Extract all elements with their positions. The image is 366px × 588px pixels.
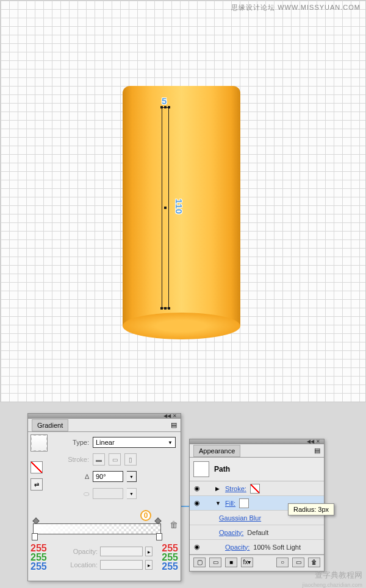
appearance-panel-title: Appearance (193, 445, 240, 457)
rgb-right-g: 255 (162, 553, 178, 562)
stroke-within-icon: ▬ (93, 453, 105, 466)
location-arrow-icon[interactable]: ▶ (145, 560, 152, 570)
handle-top-mid[interactable] (164, 106, 167, 108)
canvas-grid[interactable]: 思缘设计论坛 WWW.MISSYUAN.COM 5 110 (0, 0, 366, 402)
stroke-label: Stroke: (59, 456, 89, 463)
rgb-right: 255 255 255 (162, 544, 178, 571)
stroke-across-icon: ▯ (124, 453, 137, 466)
watermark-top: 思缘设计论坛 WWW.MISSYUAN.COM (231, 3, 361, 12)
object-opacity-value: 100% Soft Light (253, 544, 301, 551)
gradient-preview-swatch[interactable] (30, 434, 48, 452)
panel-title-bar: Gradient ▤ (28, 419, 181, 432)
color-stop-right[interactable] (156, 533, 162, 540)
add-effect-icon[interactable]: fx▾ (241, 558, 253, 567)
clear-icon[interactable]: ○ (276, 558, 289, 567)
handle-center[interactable] (164, 207, 167, 209)
handle-top-right[interactable] (168, 106, 170, 108)
panel-title-bar: Appearance ▤ (190, 444, 324, 458)
rgb-right-r: 255 (162, 544, 178, 553)
new-art-icon[interactable]: ▢ (193, 558, 206, 567)
expand-icon[interactable]: ▶ (215, 486, 221, 492)
location-input[interactable] (100, 560, 143, 570)
stroke-row[interactable]: ◉ ▶ Stroke: (190, 481, 324, 496)
gradient-panel-title: Gradient (32, 419, 68, 431)
expand-icon[interactable]: ▼ (215, 500, 221, 506)
panel-menu-icon[interactable]: ▤ (314, 447, 320, 455)
tooltip-radius: Radius: 3px (288, 503, 334, 515)
aspect-icon: ⬭ (59, 490, 89, 498)
gaussian-blur-label[interactable]: Gaussian Blur (219, 514, 261, 522)
aspect-dropdown-icon: ▼ (127, 488, 137, 499)
aspect-input (93, 488, 123, 499)
rgb-right-b: 255 (162, 562, 178, 571)
rgb-left-r: 255 (30, 544, 47, 553)
object-opacity-label[interactable]: Opacity: (225, 544, 249, 551)
location-label: Location: (67, 561, 98, 569)
stroke-label[interactable]: Stroke: (225, 485, 246, 492)
fill-none-swatch[interactable] (30, 461, 43, 473)
zero-badge: 0 (140, 510, 151, 521)
opacity-arrow-icon[interactable]: ▶ (145, 547, 152, 556)
gradient-panel[interactable]: ◀◀ ✕ Gradient ▤ ⇄ Type: (27, 413, 181, 581)
delete-icon[interactable]: 🗑 (308, 558, 320, 567)
appearance-target-row[interactable]: Path (190, 458, 324, 481)
visibility-icon[interactable]: ◉ (192, 499, 202, 507)
target-name: Path (214, 465, 230, 473)
handle-bottom-left[interactable] (160, 307, 163, 310)
duplicate-icon[interactable]: ▭ (292, 558, 304, 567)
panel-tab-bar: ◀◀ ✕ (28, 414, 181, 419)
gradient-slider[interactable] (33, 523, 161, 534)
close-icon[interactable]: ✕ (171, 414, 178, 418)
angle-input[interactable]: 90° (93, 471, 123, 482)
type-label: Type: (59, 439, 89, 446)
watermark-bottom-url: jiaocheng.chazidian.com (302, 582, 362, 588)
watermark-bottom: 查字典教程网 (315, 570, 362, 581)
panel-tab-bar: ◀◀ ✕ (190, 439, 324, 444)
fill-swatch[interactable] (239, 498, 249, 508)
angle-dropdown-icon[interactable]: ▼ (127, 471, 137, 482)
delete-stop-icon[interactable]: 🗑 (170, 520, 178, 530)
rgb-left-b: 255 (30, 562, 47, 571)
add-fill-icon[interactable]: ■ (225, 558, 237, 567)
dimension-height-label: 110 (174, 199, 184, 214)
color-stop-left[interactable] (32, 533, 38, 540)
fill-opacity-label[interactable]: Opacity: (219, 529, 243, 536)
object-opacity-row[interactable]: ◉ Opacity: 100% Soft Light (190, 540, 324, 554)
stroke-swatch-none[interactable] (250, 484, 260, 494)
dimension-width-label: 5 (162, 96, 167, 106)
visibility-icon[interactable]: ◉ (192, 543, 202, 551)
target-thumbnail (193, 461, 209, 477)
handle-top-left[interactable] (160, 106, 163, 108)
dropdown-arrow-icon: ▼ (168, 440, 173, 445)
opacity-input[interactable] (100, 547, 143, 556)
angle-label: ∆ (59, 473, 89, 480)
collapse-icon[interactable]: ◀◀ (307, 440, 314, 444)
type-dropdown[interactable]: Linear ▼ (93, 437, 176, 448)
rgb-left: 255 255 255 (30, 544, 47, 571)
reverse-gradient-icon[interactable]: ⇄ (30, 478, 43, 491)
fill-label[interactable]: Fill: (225, 500, 235, 507)
panel-menu-icon[interactable]: ▤ (171, 421, 177, 429)
fill-opacity-value: Default (247, 529, 268, 536)
opacity-label: Opacity: (67, 548, 98, 555)
handle-bottom-mid[interactable] (164, 307, 167, 310)
panels-area: ◀◀ ✕ Gradient ▤ ⇄ Type: (0, 402, 366, 588)
stroke-along-icon: ▭ (109, 453, 121, 466)
collapse-icon[interactable]: ◀◀ (163, 414, 171, 418)
type-value: Linear (96, 439, 115, 446)
add-stroke-icon[interactable]: ▭ (209, 558, 221, 567)
gradient-panel-body: ⇄ Type: Linear ▼ Stroke: ▬ ▭ ▯ (28, 432, 181, 572)
fill-opacity-row[interactable]: Opacity: Default (190, 525, 324, 540)
visibility-icon[interactable]: ◉ (192, 484, 202, 492)
rgb-left-g: 255 (30, 553, 47, 562)
close-icon[interactable]: ✕ (314, 440, 321, 444)
handle-bottom-right[interactable] (168, 307, 170, 310)
appearance-footer: ▢ ▭ ■ fx▾ ○ ▭ 🗑 (190, 554, 324, 569)
